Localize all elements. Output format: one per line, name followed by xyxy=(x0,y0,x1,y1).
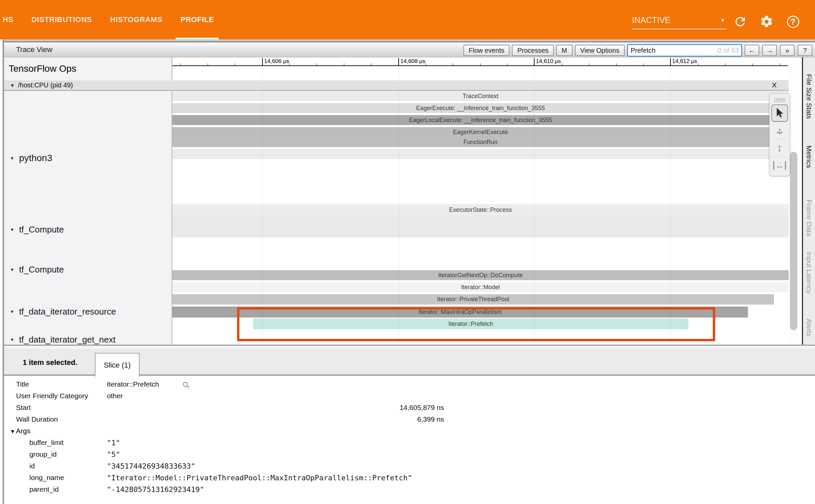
timeline-gridline xyxy=(398,67,399,345)
collapse-triangle-icon[interactable]: ▼ xyxy=(10,337,14,342)
tab-profile[interactable]: PROFILE xyxy=(180,0,214,39)
side-tab-input-latency[interactable]: Input Latency xyxy=(805,252,813,294)
arg-key: group_id xyxy=(29,450,57,458)
run-selector[interactable]: INACTIVE ▼ xyxy=(632,13,727,29)
collapse-triangle-icon[interactable]: ▼ xyxy=(10,227,14,232)
arg-value: "1" xyxy=(107,439,444,447)
timing-tool[interactable]: ↔ xyxy=(771,156,788,174)
track-label-text: tf_data_iterator_get_next xyxy=(19,335,116,345)
right-sidebar: File Size StatsMetricsFrame DataInput La… xyxy=(802,57,815,345)
ruler-minor-tick xyxy=(208,63,208,66)
zoom-tool[interactable]: ↕ xyxy=(771,139,788,156)
help-glyph: ? xyxy=(787,16,799,28)
zoom-icon: ↕ xyxy=(777,142,782,154)
collapse-triangle-icon[interactable]: ▼ xyxy=(10,267,14,272)
search-input[interactable] xyxy=(627,44,742,57)
detail-field-value: Iterator::Prefetch xyxy=(107,380,444,388)
arg-row-long_name: long_name"Iterator::Model::PrivateThread… xyxy=(4,474,815,485)
track-label-column: TensorFlow Ops xyxy=(4,57,172,345)
detail-field-label: User Friendly Category xyxy=(16,392,88,400)
close-process-button[interactable]: X xyxy=(772,81,777,89)
collapse-triangle-icon[interactable]: ▼ xyxy=(10,156,14,161)
arg-key: parent_id xyxy=(29,485,59,493)
args-label: Args xyxy=(16,427,30,435)
toolbar-buttons: Flow eventsProcessesMView Options xyxy=(463,45,625,56)
side-tab-file-size-stats[interactable]: File Size Stats xyxy=(805,74,813,119)
trace-view-title: Trace View xyxy=(16,45,52,54)
prev-match-button[interactable]: ← xyxy=(745,45,759,56)
ruler-major-tick xyxy=(262,58,263,66)
help-button[interactable]: ? xyxy=(798,45,812,56)
arg-key: buffer_limit xyxy=(29,439,63,447)
trace-event-label: Iterator::Model xyxy=(172,282,789,292)
help-icon[interactable]: ? xyxy=(785,14,801,29)
detail-row-wall-duration: Wall Duration6,399 ns xyxy=(4,415,815,427)
collapse-triangle-icon[interactable]: ▼ xyxy=(10,83,15,88)
trace-event-bar[interactable]: EagerKernelExecute xyxy=(172,127,789,137)
m-button[interactable]: M xyxy=(556,45,573,56)
args-toggle[interactable]: ▼Args xyxy=(10,427,30,435)
select-tool[interactable] xyxy=(771,104,788,122)
tab-slice[interactable]: Slice (1) xyxy=(95,353,140,377)
gear-icon[interactable] xyxy=(759,14,774,29)
ruler-minor-tick xyxy=(616,63,617,66)
trace-event-bar[interactable]: Iterator::Prefetch xyxy=(253,319,688,329)
tensorboard-window: HSDISTRIBUTIONSHISTOGRAMSPROFILE INACTIV… xyxy=(0,0,815,504)
process-header[interactable]: ▼ /host:CPU (pid 49) X xyxy=(4,80,799,91)
collapse-triangle-icon[interactable]: ▼ xyxy=(10,309,14,314)
trace-event-bar-empty[interactable] xyxy=(172,149,789,159)
track-label-python3[interactable]: ▼python3 xyxy=(4,152,171,164)
side-tab-alerts[interactable]: Alerts xyxy=(805,319,813,337)
detail-tab-bar: 1 item selected. Slice (1) xyxy=(4,351,815,376)
flow-events-button[interactable]: Flow events xyxy=(463,45,510,56)
arg-value: "345174426934833633" xyxy=(107,462,444,470)
trace-event-label: TraceContext xyxy=(172,91,789,101)
ruler-minor-tick xyxy=(235,63,235,66)
detail-field-value: 14,605,879 ns xyxy=(107,404,444,412)
more-button[interactable]: » xyxy=(780,45,795,56)
arg-row-id: id"345174426934833633" xyxy=(4,462,815,473)
next-match-button[interactable]: → xyxy=(762,45,777,56)
arg-row-parent_id: parent_id"-1428057513162923419" xyxy=(4,485,815,497)
arg-row-buffer_limit: buffer_limit"1" xyxy=(4,439,815,450)
track-label-text: tf_Compute xyxy=(19,224,64,235)
trace-event-bar[interactable]: IteratorGetNextOp::DoCompute xyxy=(172,270,789,280)
trace-event-bar[interactable]: FunctionRun xyxy=(172,137,789,147)
arg-key: id xyxy=(29,462,35,470)
trace-event-label: FunctionRun xyxy=(172,137,789,147)
ruler-minor-tick xyxy=(317,63,317,66)
tab-histograms[interactable]: HISTOGRAMS xyxy=(110,0,163,39)
refresh-icon[interactable] xyxy=(733,14,748,29)
trace-event-bar[interactable]: Iterator::Model xyxy=(172,282,789,292)
trace-event-bar[interactable]: Iterator::MaxIntraOpParallelism xyxy=(172,307,748,318)
vertical-scrollbar[interactable] xyxy=(789,67,799,345)
trace-event-bar[interactable]: ExecutorState::Process xyxy=(172,204,789,215)
arg-row-group_id: group_id"5" xyxy=(4,450,815,462)
trace-event-bar[interactable]: EagerLocalExecute: __inference_train_fun… xyxy=(172,115,789,125)
view-options-button[interactable]: View Options xyxy=(575,45,625,56)
side-tab-frame-data[interactable]: Frame Data xyxy=(805,199,813,236)
ruler-tick-label: 14,608 μs xyxy=(400,58,425,65)
tab-distributions[interactable]: DISTRIBUTIONS xyxy=(31,0,92,39)
track-label-tf_data_iterator_resource[interactable]: ▼tf_data_iterator_resource xyxy=(4,306,171,318)
detail-panel-gradient xyxy=(4,346,815,351)
trace-event-label: EagerKernelExecute xyxy=(172,127,789,137)
magnifier-icon[interactable] xyxy=(182,381,191,391)
arg-value: "Iterator::Model::PrivateThreadPool::Max… xyxy=(107,474,444,482)
trace-event-bar-empty[interactable] xyxy=(172,215,789,237)
track-label-tf_data_iterator_get_next[interactable]: ▼tf_data_iterator_get_next xyxy=(4,334,171,345)
trace-event-bar[interactable]: EagerExecute: __inference_train_function… xyxy=(172,103,789,113)
detail-field-label: Title xyxy=(16,380,29,388)
tab-hs[interactable]: HS xyxy=(3,0,13,39)
ruler-minor-tick xyxy=(780,63,780,66)
trace-event-bar[interactable]: TraceContext xyxy=(172,91,789,101)
track-label-tf_compute[interactable]: ▼tf_Compute xyxy=(4,264,171,276)
detail-field-value: other xyxy=(107,392,444,400)
timeline-gridline xyxy=(262,67,263,345)
ruler-tick-label: 14,610 μs xyxy=(536,58,561,65)
side-tab-metrics[interactable]: Metrics xyxy=(805,145,813,168)
processes-button[interactable]: Processes xyxy=(512,45,554,56)
scrollbar-thumb[interactable] xyxy=(790,152,797,330)
pan-tool[interactable]: ↔↕ xyxy=(771,122,788,139)
track-label-tf_compute[interactable]: ▼tf_Compute xyxy=(4,223,171,235)
